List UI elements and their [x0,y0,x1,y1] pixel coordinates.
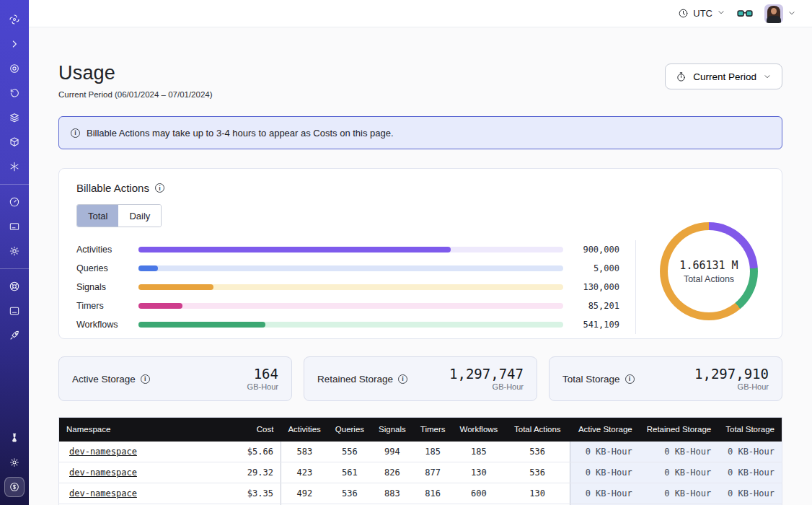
layers-icon[interactable] [4,107,25,128]
settings-gear-icon[interactable] [4,241,25,261]
main-content: Usage Current Period (06/01/2024 – 07/01… [29,27,812,505]
total-storage-cell: 0 KB-Hour [718,442,782,462]
bar-row-queries: Queries 5,000 [76,259,619,278]
info-icon[interactable]: i [625,374,635,384]
cost-cell: 29.32 [217,462,281,483]
avatar [764,4,783,23]
activities-cell: 492 [281,483,327,504]
col-queries: Queries [328,418,371,442]
total-storage-cell: 0 KB-Hour [718,483,782,504]
bar-row-activities: Activities 900,000 [76,240,619,259]
labs-flask-icon[interactable] [4,428,25,448]
active-storage-label: Active Storage [72,374,136,385]
usage-billing-dollar-icon[interactable] [4,477,25,497]
retained-storage-unit: GB-Hour [449,382,524,391]
sidebar-divider [0,268,29,269]
chevron-down-icon [717,8,725,19]
total-daily-toggle: Total Daily [76,204,162,227]
bar-label: Signals [76,282,138,292]
info-icon: i [71,128,80,138]
billing-card-icon[interactable] [4,216,25,237]
table-header-row: Namespace Cost Activities Queries Signal… [59,418,782,442]
col-namespace: Namespace [59,418,218,442]
bar-track [138,265,563,271]
page-subtitle: Current Period (06/01/2024 – 07/01/2024) [58,90,213,99]
support-lifebuoy-icon[interactable] [4,276,25,297]
bar-row-timers: Timers 85,201 [76,297,619,315]
table-row: dev-namespace $5.66 583 556 994 185 185 … [59,442,782,462]
info-icon[interactable]: i [398,374,407,384]
billable-actions-title: Billable Actions [76,182,149,194]
signals-cell: 826 [371,462,413,483]
page-title: Usage [58,62,213,84]
nexus-asterisk-icon[interactable] [4,157,25,177]
topbar: UTC [29,0,812,27]
col-total-actions: Total Actions [505,418,570,442]
banner-text: Billable Actions may take up to 3-4 hour… [87,128,394,139]
queries-cell: 561 [328,462,371,483]
total-actions-cell: 536 [505,462,570,483]
queries-cell: 536 [328,483,371,504]
terminal-icon[interactable] [4,301,25,321]
info-icon[interactable]: i [141,374,150,384]
timezone-selector[interactable]: UTC [678,8,725,19]
col-retained-storage: Retained Storage [640,418,719,442]
activities-cell: 583 [281,442,327,462]
tab-total[interactable]: Total [77,205,118,227]
bar-value: 5,000 [563,263,619,273]
event-history-icon[interactable] [4,83,25,103]
bar-track [138,322,563,328]
namespace-link[interactable]: dev-namespace [69,447,137,457]
stopwatch-icon [676,71,687,82]
sidebar [0,0,29,505]
tab-daily[interactable]: Daily [118,205,161,227]
col-timers: Timers [413,418,453,442]
namespaces-icon[interactable] [4,58,25,79]
info-banner: i Billable Actions may take up to 3-4 ho… [58,116,782,149]
info-icon[interactable]: i [155,183,164,193]
collapse-chevron-icon[interactable] [4,34,25,54]
namespace-usage-table: Namespace Cost Activities Queries Signal… [58,417,782,505]
bar-label: Activities [76,245,138,255]
namespace-link[interactable]: dev-namespace [69,467,137,478]
col-workflows: Workflows [453,418,506,442]
bar-label: Queries [76,263,138,273]
retained-storage-value: 1,297,747 [449,366,524,382]
col-cost: Cost [217,418,281,442]
period-selector-button[interactable]: Current Period [665,63,782,89]
retained-storage-card: Retained Storage i 1,297,747 GB-Hour [304,356,537,401]
temporal-logo-icon[interactable] [4,9,25,30]
queries-cell: 556 [328,442,371,462]
timezone-label: UTC [693,8,712,19]
total-storage-cell: 0 KB-Hour [718,462,782,483]
bar-value: 130,000 [563,282,619,292]
billable-bar-chart: Activities 900,000 Queries 5,000 Signals… [76,240,636,334]
chevron-down-icon [787,7,796,20]
glasses-icon[interactable] [737,8,753,19]
getting-started-rocket-icon[interactable] [4,325,25,346]
active-storage-card: Active Storage i 164 GB-Hour [58,356,292,401]
bar-value: 541,109 [563,320,619,330]
bar-label: Timers [76,301,138,311]
usage-gauge-icon[interactable] [4,192,25,212]
workflows-cell: 130 [453,462,506,483]
bar-track [138,303,563,309]
timers-cell: 185 [413,442,453,462]
bar-row-workflows: Workflows 541,109 [76,315,619,334]
active-storage-unit: GB-Hour [247,382,278,391]
active-storage-cell: 0 KB-Hour [570,462,639,483]
bar-row-signals: Signals 130,000 [76,278,619,297]
timers-cell: 877 [413,462,453,483]
retained-storage-cell: 0 KB-Hour [640,462,719,483]
deployments-cube-icon[interactable] [4,132,25,152]
user-menu[interactable] [764,4,796,23]
namespace-link[interactable]: dev-namespace [69,488,137,499]
total-storage-value: 1,297,910 [694,366,769,382]
donut-center-value: 1.66131 M [679,259,738,272]
theme-sun-icon[interactable] [4,452,25,473]
total-actions-cell: 536 [505,442,570,462]
col-total-storage: Total Storage [718,418,782,442]
retained-storage-cell: 0 KB-Hour [640,483,719,504]
chevron-down-icon [763,72,772,81]
donut-center-label: Total Actions [684,274,734,284]
